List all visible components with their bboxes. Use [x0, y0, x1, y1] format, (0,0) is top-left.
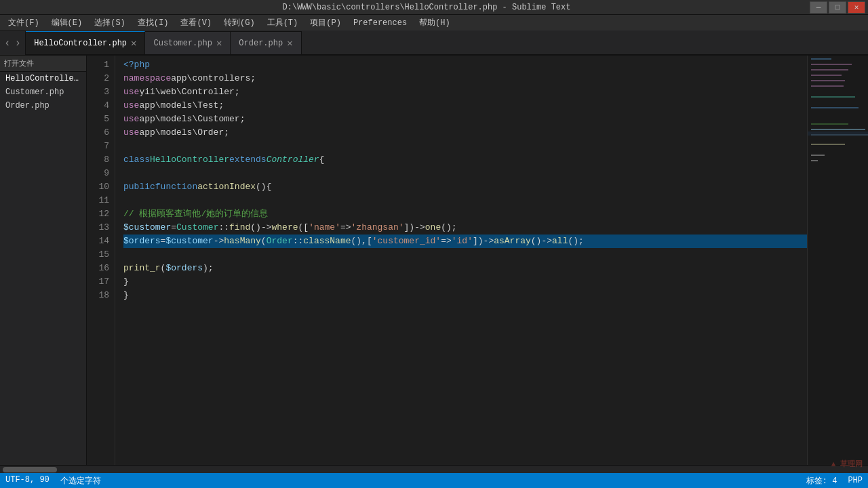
line-number-13: 13: [87, 221, 109, 235]
menu-item-t[interactable]: 工具(T): [262, 16, 304, 30]
sidebar-item-Order_php[interactable]: Order.php: [0, 99, 86, 113]
status-language: PHP: [848, 476, 863, 485]
status-right: 标签: 4 PHP: [806, 475, 863, 487]
tab-close-icon[interactable]: ✕: [287, 39, 292, 48]
code-line-7: [123, 140, 807, 153]
svg-rect-1: [811, 58, 831, 60]
svg-rect-8: [811, 107, 859, 108]
tabs-bar: HelloController.php✕Customer.php✕Order.p…: [26, 30, 868, 55]
code-line-5: use app\models\Customer;: [123, 113, 807, 126]
code-line-12: // 根据顾客查询他/她的订单的信息: [123, 207, 807, 221]
close-button[interactable]: ✕: [848, 1, 865, 14]
menu-item-e[interactable]: 编辑(E): [46, 16, 88, 30]
code-line-8: class HelloController extends Controller…: [123, 153, 807, 167]
line-number-7: 7: [87, 140, 109, 153]
sidebar-header: 打开文件: [0, 56, 86, 72]
code-line-13: $customer = Customer::find()->where(['na…: [123, 221, 807, 235]
window-controls[interactable]: — □ ✕: [810, 1, 865, 14]
code-line-17: }: [123, 275, 807, 289]
svg-rect-7: [811, 96, 855, 98]
svg-rect-10: [811, 129, 865, 130]
line-number-16: 16: [87, 262, 109, 275]
status-bookmark: 标签: 4: [806, 475, 837, 487]
line-number-10: 10: [87, 180, 109, 194]
line-numbers: 123456789101112131415161718: [87, 56, 115, 465]
code-line-14: $orders = $customer->hasMany(Order::clas…: [123, 235, 807, 248]
svg-rect-9: [811, 123, 848, 125]
line-number-5: 5: [87, 113, 109, 126]
sidebar-item-Customer_php[interactable]: Customer.php: [0, 85, 86, 99]
svg-rect-12: [808, 131, 868, 136]
menu-item-h[interactable]: 帮助(H): [414, 16, 456, 30]
nav-forward-arrow[interactable]: ›: [14, 37, 23, 49]
tab-label: HelloController.php: [34, 39, 127, 48]
code-line-3: use yii\web\Controller;: [123, 85, 807, 99]
tab-HelloController_php[interactable]: HelloController.php✕: [26, 31, 145, 54]
title-text: D:\WWW\basic\controllers\HelloController…: [43, 3, 810, 12]
code-line-2: namespace app\controllers;: [123, 72, 807, 85]
line-number-4: 4: [87, 99, 109, 113]
menu-item-f[interactable]: 文件(F): [3, 16, 45, 30]
code-line-15: [123, 248, 807, 262]
code-content[interactable]: <?phpnamespace app\controllers;use yii\w…: [115, 56, 807, 465]
line-number-11: 11: [87, 194, 109, 207]
menu-item-g[interactable]: 转到(G): [218, 16, 260, 30]
line-number-9: 9: [87, 167, 109, 180]
code-line-6: use app\models\Order;: [123, 126, 807, 140]
line-number-18: 18: [87, 289, 109, 302]
editor-area: 123456789101112131415161718 <?phpnamespa…: [87, 56, 868, 465]
code-line-11: [123, 194, 807, 207]
tab-Order_php[interactable]: Order.php✕: [231, 31, 301, 54]
svg-rect-14: [811, 155, 825, 156]
line-number-6: 6: [87, 126, 109, 140]
code-line-9: [123, 167, 807, 180]
svg-rect-2: [811, 64, 852, 65]
status-left: UTF-8, 90 个选定字符: [5, 475, 101, 487]
code-line-10: public function actionIndex(){: [123, 180, 807, 194]
status-bar: UTF-8, 90 个选定字符 标签: 4 PHP: [0, 473, 868, 488]
tab-Customer_php[interactable]: Customer.php✕: [145, 31, 231, 54]
line-number-17: 17: [87, 275, 109, 289]
scrollbar-h[interactable]: [0, 465, 868, 473]
title-bar: D:\WWW\basic\controllers\HelloController…: [0, 0, 868, 15]
nav-back-arrow[interactable]: ‹: [3, 37, 12, 49]
svg-rect-6: [811, 85, 844, 87]
menu-item-preferences[interactable]: Preferences: [348, 17, 412, 29]
svg-rect-3: [811, 69, 848, 70]
main-layout: 打开文件 HelloController.phpCustomer.phpOrde…: [0, 56, 868, 465]
menu-item-i[interactable]: 查找(I): [132, 16, 174, 30]
line-number-3: 3: [87, 85, 109, 99]
sidebar-items: HelloController.phpCustomer.phpOrder.php: [0, 72, 86, 113]
line-number-8: 8: [87, 153, 109, 167]
menu-item-s[interactable]: 选择(S): [89, 16, 131, 30]
code-line-16: print_r($orders);: [123, 262, 807, 275]
svg-rect-5: [811, 80, 845, 81]
watermark: ▲ 草理网: [831, 459, 863, 469]
sidebar: 打开文件 HelloController.phpCustomer.phpOrde…: [0, 56, 87, 465]
tab-label: Customer.php: [153, 39, 212, 48]
menu-item-p[interactable]: 项目(P): [304, 16, 347, 30]
tab-close-icon[interactable]: ✕: [131, 39, 136, 48]
nav-arrows[interactable]: ‹ ›: [0, 31, 26, 55]
svg-rect-4: [811, 75, 842, 76]
sidebar-item-HelloController_php[interactable]: HelloController.php: [0, 72, 86, 85]
menu-bar: 文件(F)编辑(E)选择(S)查找(I)查看(V)转到(G)工具(T)项目(P)…: [0, 15, 868, 31]
line-number-14: 14: [87, 235, 109, 248]
minimap: [807, 56, 868, 465]
menu-item-v[interactable]: 查看(V): [175, 16, 217, 30]
line-number-12: 12: [87, 207, 109, 221]
maximize-button[interactable]: □: [829, 1, 846, 14]
minimize-button[interactable]: —: [810, 1, 827, 14]
svg-rect-13: [811, 144, 845, 145]
line-number-2: 2: [87, 72, 109, 85]
scrollbar-thumb[interactable]: [3, 467, 57, 472]
status-encoding: UTF-8, 90: [5, 475, 50, 487]
line-number-1: 1: [87, 58, 109, 72]
tab-close-icon[interactable]: ✕: [216, 39, 222, 48]
line-number-15: 15: [87, 248, 109, 262]
code-container: 123456789101112131415161718 <?phpnamespa…: [87, 56, 868, 465]
code-line-18: }: [123, 289, 807, 302]
tab-label: Order.php: [239, 39, 283, 48]
code-line-4: use app\models\Test;: [123, 99, 807, 113]
svg-rect-15: [811, 160, 818, 161]
